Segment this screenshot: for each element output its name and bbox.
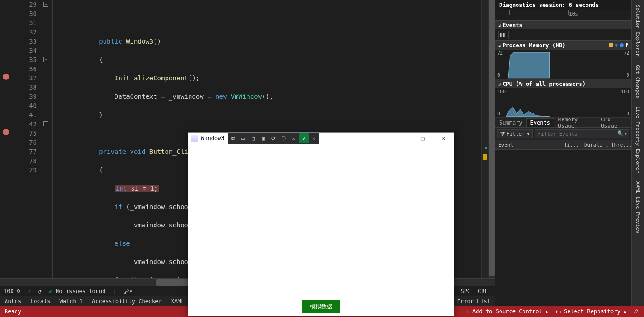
diagnostics-header: Diagnostics session: 6 seconds (495, 0, 631, 10)
accessibility-icon[interactable]: ♿ (289, 133, 299, 143)
fold-gutter[interactable]: − − + (41, 0, 52, 278)
events-track (508, 31, 628, 39)
maximize-button[interactable]: ▢ (412, 133, 433, 144)
cpu-header[interactable]: ◢CPU (% of all processors) (495, 79, 631, 88)
debug-app-window[interactable]: Window3 ⧉ ▭ ⬚ ▣ ⟳ ⦾ ♿ ✔ ‹ — ▢ ✕ 模拟数据 (188, 132, 454, 316)
tab-summary[interactable]: Summary (495, 118, 526, 127)
status-ready: Ready (5, 308, 21, 315)
xaml-debug-toolbar: ⧉ ▭ ⬚ ▣ ⟳ ⦾ ♿ ✔ ‹ (228, 133, 319, 144)
filter-dropdown-button[interactable]: ⧩Filter▾ (497, 129, 533, 138)
tab-memory-usage[interactable]: Memory Usage (554, 118, 597, 127)
tab-events[interactable]: Events (526, 118, 554, 127)
repo-icon: 🗁 (556, 308, 561, 315)
tab-autos[interactable]: Autos (0, 296, 26, 306)
debug-window-client[interactable] (188, 144, 454, 297)
close-button[interactable]: ✕ (433, 133, 454, 144)
tab-cpu-usage[interactable]: CPU Usage (597, 118, 631, 127)
notifications-icon[interactable]: 🕭 (634, 308, 639, 315)
track-focused-icon[interactable]: ▣ (259, 133, 269, 143)
events-grid-body (495, 150, 631, 306)
vertical-scrollbar[interactable] (488, 0, 495, 278)
col-time: Ti... (561, 140, 581, 149)
zoom-level[interactable]: 100 % (4, 288, 20, 294)
add-to-source-control[interactable]: ↑Add to Source Control▴ (466, 308, 548, 315)
funnel-icon: ⧩ (500, 131, 505, 137)
tab-watch1[interactable]: Watch 1 (55, 296, 87, 306)
rail-xaml-live-preview[interactable]: XAML Live Preview (634, 179, 642, 236)
process-memory-chart[interactable]: 72 0 72 0 (495, 50, 631, 79)
fold-toggle[interactable]: − (43, 57, 48, 62)
window-title: Window3 (201, 135, 224, 142)
select-element-icon[interactable]: ▭ (238, 133, 248, 143)
events-section-header[interactable]: ◢Events (495, 20, 631, 29)
error-lens-icon[interactable]: ◔ (38, 288, 41, 294)
cpu-chart[interactable]: 100 0 100 0 (495, 88, 631, 118)
live-visual-tree-icon[interactable]: ⧉ (228, 133, 238, 143)
diagnostics-tabs: Summary Events Memory Usage CPU Usage (495, 118, 631, 128)
breakpoint-dot[interactable] (3, 129, 9, 135)
tab-locals[interactable]: Locals (26, 296, 55, 306)
line-ending[interactable]: CRLF (478, 288, 491, 294)
line-number-gutter: 29303132333435363738394041427576777879 (16, 0, 41, 278)
minimize-button[interactable]: — (391, 133, 412, 144)
diagnostics-panel: Diagnostics session: 6 seconds 10s ◢Even… (495, 0, 631, 306)
col-event: Event (495, 140, 561, 149)
scan-icon[interactable]: ⦾ (279, 133, 289, 143)
display-layout-icon[interactable]: ⬚ (248, 133, 259, 143)
right-rail: Solution Explorer Git Changes Live Prope… (631, 0, 644, 306)
tab-accessibility-checker[interactable]: Accessibility Checker (87, 296, 167, 306)
indent-mode[interactable]: SPC (460, 288, 471, 294)
pause-button[interactable]: ❚❚ (498, 31, 506, 39)
hot-reload-icon[interactable]: ⟳ (269, 133, 279, 143)
breakpoint-gutter[interactable] (0, 0, 16, 278)
col-thread: Thre... (608, 140, 631, 149)
zoom-dropdown-icon[interactable]: ▾ (28, 288, 31, 294)
toolbar-toggle-icon[interactable]: ✔ (299, 133, 309, 143)
tab-error-list[interactable]: Error List (453, 296, 495, 306)
brush-icon[interactable]: 🖌▾ (124, 288, 132, 294)
code-minimap[interactable] (481, 0, 488, 278)
col-duration: Durati... (581, 140, 608, 149)
upload-icon: ↑ (466, 308, 470, 315)
breakpoint-dot[interactable] (3, 74, 9, 80)
process-memory-header[interactable]: ◢Process Memory (MB) ▼P (495, 40, 631, 50)
select-repository[interactable]: 🗁Select Repository▴ (556, 308, 627, 315)
rail-git-changes[interactable]: Git Changes (634, 62, 642, 101)
debug-window-titlebar[interactable]: Window3 ⧉ ▭ ⬚ ▣ ⟳ ⦾ ♿ ✔ ‹ — ▢ ✕ (188, 133, 454, 144)
filter-events-input[interactable] (535, 130, 629, 138)
events-grid-header[interactable]: Event Ti... Durati... Thre... (495, 140, 631, 150)
search-icon[interactable]: 🔍▾ (617, 130, 627, 136)
app-icon (191, 135, 198, 142)
gc-marker-icon (609, 43, 613, 47)
simulate-data-button[interactable]: 模拟数据 (302, 300, 340, 313)
collapse-toolbar-icon[interactable]: ‹ (309, 133, 319, 143)
rail-live-property-explorer[interactable]: Live Property Explorer (634, 103, 642, 176)
rail-solution-explorer[interactable]: Solution Explorer (634, 2, 642, 59)
fold-toggle[interactable]: − (43, 2, 48, 7)
private-bytes-icon (620, 43, 624, 47)
diagnostics-timeline[interactable]: 10s (495, 10, 631, 20)
fold-toggle[interactable]: + (43, 121, 48, 126)
issues-status[interactable]: No issues found (49, 288, 106, 294)
